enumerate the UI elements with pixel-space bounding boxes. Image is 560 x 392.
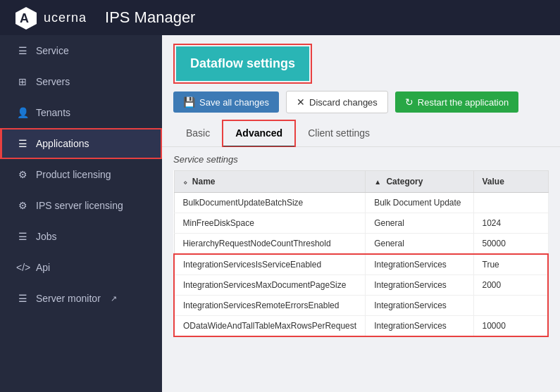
cell-category: IntegrationServices [366,316,473,337]
table-body: BulkDocumentUpdateBatchSizeBulk Document… [174,193,548,337]
cell-value [473,193,548,213]
save-button-label: Save all changes [199,97,269,108]
cell-value: 10000 [473,316,548,337]
cell-name: BulkDocumentUpdateBatchSize [174,193,366,213]
table-row[interactable]: IntegrationServicesIsServiceEnabledInteg… [174,254,548,275]
sidebar-item-api[interactable]: </> Api [0,252,162,283]
cell-category: IntegrationServices [366,275,473,296]
tab-advanced-label: Advanced [235,127,282,139]
cell-value: 1024 [473,213,548,234]
tenants-icon: 👤 [16,107,29,118]
sidebar-label-ips-server-licensing: IPS server licensing [36,200,123,211]
cell-name: MinFreeDiskSpace [174,213,366,234]
main-layout: ☰ Service ⊞ Servers 👤 Tenants ☰ Applicat… [0,35,560,392]
servers-icon: ⊞ [16,76,29,87]
table-row[interactable]: MinFreeDiskSpaceGeneral1024 [174,213,548,234]
discard-button[interactable]: ✕ Discard changes [286,91,388,113]
col-header-value-label: Value [483,177,504,186]
sidebar-item-ips-server-licensing[interactable]: ⚙ IPS server licensing [0,190,162,221]
ips-server-licensing-icon: ⚙ [16,200,29,211]
sidebar-label-product-licensing: Product licensing [36,169,111,180]
save-icon: 💾 [183,96,195,108]
brand-name: ucerna [44,11,87,25]
restart-button[interactable]: ↻ Restart the application [395,91,518,113]
col-header-category-label: Category [386,177,423,186]
col-header-category[interactable]: ▲ Category [366,171,473,193]
save-button[interactable]: 💾 Save all changes [173,91,279,113]
sidebar-item-applications[interactable]: ☰ Applications [0,128,162,159]
jobs-icon: ☰ [16,231,29,242]
cell-value: 2000 [473,275,548,296]
cell-category: General [366,234,473,255]
sidebar-item-tenants[interactable]: 👤 Tenants [0,97,162,128]
col-header-name-label: Name [192,177,216,186]
page-header: Dataflow settings [176,46,309,81]
api-icon: </> [16,262,29,273]
sidebar-label-api: Api [36,262,50,273]
cell-category: IntegrationServices [366,296,473,316]
app-title: IPS Manager [105,8,195,27]
tab-client-settings[interactable]: Client settings [295,120,382,147]
name-sort-icon: ⬦ [183,178,187,186]
discard-button-label: Discard changes [309,97,378,108]
cell-name: IntegrationServicesMaxDocumentPageSize [174,275,366,296]
discard-icon: ✕ [297,96,305,108]
toolbar: 💾 Save all changes ✕ Discard changes ↻ R… [162,84,560,120]
tab-advanced[interactable]: Advanced [223,120,295,147]
tabs: Basic Advanced Client settings [162,120,560,147]
cell-name: IntegrationServicesIsServiceEnabled [174,254,366,275]
server-monitor-icon: ☰ [16,293,29,304]
tab-basic[interactable]: Basic [173,120,223,147]
category-sort-icon: ▲ [374,178,381,186]
top-header: A ucerna IPS Manager [0,0,560,35]
product-licensing-icon: ⚙ [16,169,29,180]
sidebar-label-jobs: Jobs [36,231,57,242]
sidebar-item-servers[interactable]: ⊞ Servers [0,66,162,97]
service-icon: ☰ [16,45,29,56]
restart-icon: ↻ [405,96,413,108]
table-row[interactable]: ODataWideAndTallTableMaxRowsPerRequestIn… [174,316,548,337]
cell-name: ODataWideAndTallTableMaxRowsPerRequest [174,316,366,337]
col-header-value: Value [473,171,548,193]
data-table: ⬦ Name ▲ Category Value [173,170,549,337]
cell-value [473,296,548,316]
sidebar-label-server-monitor: Server monitor [36,293,101,304]
col-header-name[interactable]: ⬦ Name [174,171,366,193]
app-container: A ucerna IPS Manager ☰ Service ⊞ Servers… [0,0,560,392]
sidebar-item-server-monitor[interactable]: ☰ Server monitor ↗ [0,283,162,314]
table-row[interactable]: HierarchyRequestNodeCountThresholdGenera… [174,234,548,255]
table-row[interactable]: IntegrationServicesRemoteErrorsEnabledIn… [174,296,548,316]
cell-category: General [366,213,473,234]
sidebar-label-service: Service [36,45,69,56]
logo-icon: A [14,6,38,30]
cell-value: 50000 [473,234,548,255]
sidebar: ☰ Service ⊞ Servers 👤 Tenants ☰ Applicat… [0,35,162,392]
section-label: Service settings [173,154,549,165]
table-row[interactable]: BulkDocumentUpdateBatchSizeBulk Document… [174,193,548,213]
applications-icon: ☰ [16,138,29,149]
table-header-row: ⬦ Name ▲ Category Value [174,171,548,193]
svg-text:A: A [20,11,29,25]
tab-client-settings-label: Client settings [308,127,370,139]
sidebar-label-servers: Servers [36,76,70,87]
sidebar-label-applications: Applications [36,138,89,149]
restart-button-label: Restart the application [418,97,509,108]
sidebar-label-tenants: Tenants [36,107,70,118]
cell-name: IntegrationServicesRemoteErrorsEnabled [174,296,366,316]
sidebar-item-product-licensing[interactable]: ⚙ Product licensing [0,159,162,190]
cell-value: True [473,254,548,275]
table-section: Service settings ⬦ Name ▲ Category [162,147,560,392]
tab-basic-label: Basic [186,127,210,139]
sidebar-item-jobs[interactable]: ☰ Jobs [0,221,162,252]
sidebar-item-service[interactable]: ☰ Service [0,35,162,66]
cell-category: IntegrationServices [366,254,473,275]
server-monitor-external-icon: ↗ [111,294,117,303]
cell-name: HierarchyRequestNodeCountThreshold [174,234,366,255]
logo-area: A ucerna [14,6,87,30]
page-header-title: Dataflow settings [190,56,295,70]
table-row[interactable]: IntegrationServicesMaxDocumentPageSizeIn… [174,275,548,296]
content-area: Dataflow settings 💾 Save all changes ✕ D… [162,35,560,392]
cell-category: Bulk Document Update [366,193,473,213]
